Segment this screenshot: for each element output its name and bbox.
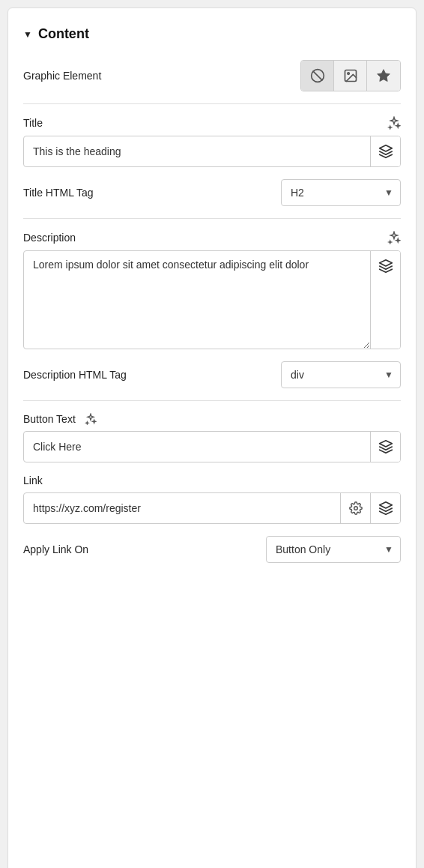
- title-html-tag-group: Title HTML Tag H1 H2 H3 H4 H5 H6 p span …: [23, 179, 401, 206]
- svg-point-3: [347, 73, 349, 75]
- description-textarea[interactable]: Lorem ipsum dolor sit amet consectetur a…: [24, 251, 370, 349]
- title-input-wrapper: [23, 136, 401, 167]
- description-html-tag-select[interactable]: div p span section: [281, 361, 401, 388]
- description-input-wrapper: Lorem ipsum dolor sit amet consectetur a…: [23, 250, 401, 349]
- title-html-tag-row: Title HTML Tag H1 H2 H3 H4 H5 H6 p span …: [23, 179, 401, 206]
- link-gear-button[interactable]: [340, 493, 370, 523]
- button-text-stack-button[interactable]: [370, 432, 400, 462]
- title-label-row: Title: [23, 116, 401, 130]
- apply-link-row: Apply Link On Button Only All Image Only…: [23, 536, 401, 563]
- description-html-tag-select-wrapper: div p span section ▼: [281, 361, 401, 388]
- stack-icon-2: [378, 259, 393, 274]
- description-ai-icon[interactable]: [387, 231, 401, 244]
- ban-icon: [310, 68, 325, 83]
- title-label: Title: [23, 117, 43, 129]
- divider-3: [23, 400, 401, 401]
- title-html-tag-select[interactable]: H1 H2 H3 H4 H5 H6 p span: [281, 179, 401, 206]
- apply-link-label: Apply Link On: [23, 543, 88, 555]
- graphic-none-button[interactable]: [301, 61, 334, 91]
- description-html-tag-label: Description HTML Tag: [23, 369, 127, 381]
- svg-line-1: [313, 71, 322, 80]
- image-icon: [343, 68, 358, 83]
- graphic-element-group: Graphic Element: [23, 60, 401, 91]
- link-label: Link: [23, 474, 43, 486]
- apply-link-group: Apply Link On Button Only All Image Only…: [23, 536, 401, 563]
- divider-2: [23, 218, 401, 219]
- graphic-element-btn-group: [300, 60, 401, 91]
- graphic-element-label: Graphic Element: [23, 70, 101, 82]
- stack-icon-3: [378, 439, 393, 454]
- description-html-tag-row: Description HTML Tag div p span section …: [23, 361, 401, 388]
- sparkles-icon-3: [85, 413, 97, 425]
- svg-point-8: [354, 507, 357, 510]
- graphic-star-button[interactable]: [367, 61, 400, 91]
- link-stack-button[interactable]: [370, 493, 400, 523]
- title-ai-icon[interactable]: [387, 116, 401, 130]
- section-title: Content: [38, 26, 89, 42]
- divider-1: [23, 103, 401, 104]
- button-text-label: Button Text: [23, 413, 76, 425]
- link-label-row: Link: [23, 474, 401, 486]
- apply-link-select[interactable]: Button Only All Image Only: [266, 536, 401, 563]
- content-panel: ▼ Content Graphic Element: [7, 7, 417, 868]
- title-field-group: Title: [23, 116, 401, 167]
- link-group: Link: [23, 474, 401, 524]
- stack-icon-4: [378, 501, 393, 516]
- svg-marker-4: [378, 70, 390, 82]
- star-icon: [376, 68, 391, 83]
- button-text-input-wrapper: [23, 431, 401, 462]
- title-stack-button[interactable]: [370, 136, 400, 166]
- section-header: ▼ Content: [23, 26, 401, 42]
- gear-icon: [349, 501, 363, 515]
- button-text-input[interactable]: [24, 433, 370, 460]
- description-label-row: Description: [23, 231, 401, 244]
- stack-icon: [378, 144, 393, 159]
- sparkles-icon: [387, 116, 401, 130]
- graphic-element-row: Graphic Element: [23, 60, 401, 91]
- button-text-group: Button Text: [23, 413, 401, 462]
- svg-marker-7: [379, 441, 392, 447]
- link-input-wrapper: [23, 492, 401, 524]
- sparkles-icon-2: [387, 231, 401, 244]
- description-stack-button[interactable]: [370, 251, 400, 349]
- svg-marker-9: [379, 502, 392, 508]
- button-text-label-area: Button Text: [23, 413, 97, 425]
- description-field-group: Description Lorem ipsum dolor sit amet c…: [23, 231, 401, 349]
- description-label: Description: [23, 232, 76, 244]
- svg-marker-6: [379, 260, 392, 266]
- graphic-image-button[interactable]: [334, 61, 367, 91]
- button-text-ai-icon[interactable]: [85, 413, 97, 425]
- title-input[interactable]: [24, 138, 370, 165]
- title-html-tag-label: Title HTML Tag: [23, 187, 94, 199]
- collapse-chevron-icon[interactable]: ▼: [23, 29, 32, 40]
- svg-marker-5: [379, 145, 392, 151]
- title-html-tag-select-wrapper: H1 H2 H3 H4 H5 H6 p span ▼: [281, 179, 401, 206]
- link-input[interactable]: [24, 495, 340, 522]
- description-html-tag-group: Description HTML Tag div p span section …: [23, 361, 401, 388]
- apply-link-select-wrapper: Button Only All Image Only ▼: [266, 536, 401, 563]
